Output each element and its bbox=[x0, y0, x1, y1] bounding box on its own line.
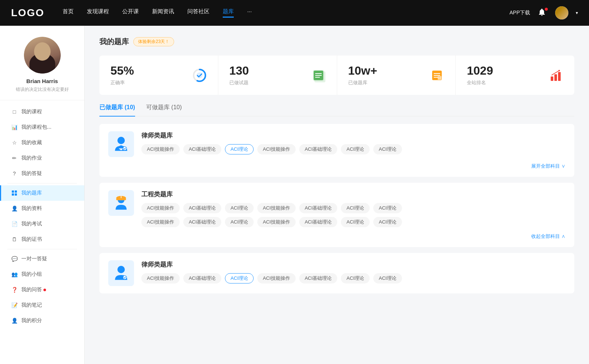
notification-dot bbox=[545, 8, 548, 11]
tag-lawyer-1-2[interactable]: ACI理论 bbox=[225, 144, 254, 154]
tag-lawyer-2-1[interactable]: ACI基础理论 bbox=[183, 273, 222, 283]
tag-lawyer-1-5[interactable]: ACI理论 bbox=[341, 144, 370, 154]
menu-divider-1 bbox=[7, 183, 77, 183]
message-icon: 💬 bbox=[11, 256, 18, 262]
tag-lawyer-2-6[interactable]: ACI理论 bbox=[373, 273, 402, 283]
tag-lawyer-2-2[interactable]: ACI理论 bbox=[225, 273, 254, 283]
sidebar-item-course-packages[interactable]: 📊 我的课程包... bbox=[0, 119, 84, 135]
svg-rect-20 bbox=[558, 72, 561, 81]
user-menu-chevron[interactable]: ▾ bbox=[576, 10, 578, 15]
tag-lawyer-1-4[interactable]: ACI基础理论 bbox=[299, 144, 338, 154]
sidebar-item-materials[interactable]: 👤 我的资料 bbox=[0, 201, 84, 216]
tag-eng-4[interactable]: ACI基础理论 bbox=[299, 203, 338, 213]
sidebar-item-my-courses[interactable]: □ 我的课程 bbox=[0, 104, 84, 119]
bar-chart-icon: 📊 bbox=[11, 124, 18, 131]
tabs-row: 已做题库 (10) 可做题库 (10) bbox=[99, 104, 574, 117]
sidebar-item-qa[interactable]: ? 我的答疑 bbox=[0, 166, 84, 181]
rank-icon bbox=[549, 68, 563, 83]
stat-questions-value: 130 bbox=[229, 64, 305, 77]
tag-eng-9[interactable]: ACI理论 bbox=[225, 217, 254, 227]
svg-point-22 bbox=[117, 137, 125, 144]
nav-qa[interactable]: 问答社区 bbox=[187, 8, 209, 18]
tag-lawyer-1-3[interactable]: ACI技能操作 bbox=[257, 144, 296, 154]
profile-name: Brian Harris bbox=[27, 78, 58, 84]
tag-lawyer-2-4[interactable]: ACI基础理论 bbox=[299, 273, 338, 283]
tag-lawyer-2-0[interactable]: ACI技能操作 bbox=[141, 273, 180, 283]
svg-point-21 bbox=[558, 70, 560, 71]
nav-home[interactable]: 首页 bbox=[63, 8, 74, 18]
table-icon bbox=[11, 190, 18, 196]
stats-row: 55% 正确率 130 已做试题 bbox=[99, 56, 574, 95]
tag-eng-7[interactable]: ACI技能操作 bbox=[141, 217, 180, 227]
sidebar-item-exams[interactable]: 📄 我的考试 bbox=[0, 216, 84, 232]
nav-links: 首页 发现课程 公开课 新闻资讯 问答社区 题库 ··· bbox=[63, 8, 509, 18]
collapse-engineer[interactable]: 收起全部科目 ∧ bbox=[531, 233, 565, 240]
main-content: 我的题库 体验剩余23天！ 55% 正确率 bbox=[85, 26, 589, 364]
notification-bell[interactable] bbox=[537, 8, 548, 18]
tag-eng-8[interactable]: ACI基础理论 bbox=[183, 217, 222, 227]
accuracy-icon bbox=[192, 68, 207, 83]
tag-eng-3[interactable]: ACI技能操作 bbox=[257, 203, 296, 213]
tag-lawyer-1-1[interactable]: ACI基础理论 bbox=[183, 144, 222, 154]
sidebar: Brian Harris 错误的决定比没有决定要好 □ 我的课程 📊 我的课程包… bbox=[0, 26, 85, 364]
nav-news[interactable]: 新闻资讯 bbox=[152, 8, 174, 18]
bank-info-lawyer-2: 律师类题库 ACI技能操作 ACI基础理论 ACI理论 ACI技能操作 ACI基… bbox=[141, 260, 565, 283]
tag-eng-0[interactable]: ACI技能操作 bbox=[141, 203, 180, 213]
sidebar-profile: Brian Harris 错误的决定比没有决定要好 bbox=[0, 37, 84, 100]
nav-questions[interactable]: 题库 bbox=[223, 8, 234, 18]
tab-done[interactable]: 已做题库 (10) bbox=[99, 104, 135, 116]
qa-dot bbox=[43, 289, 46, 291]
sidebar-item-homework[interactable]: ✏ 我的作业 bbox=[0, 150, 84, 166]
tags-lawyer-1: ACI技能操作 ACI基础理论 ACI理论 ACI技能操作 ACI基础理论 AC… bbox=[141, 144, 565, 154]
svg-rect-1 bbox=[15, 190, 17, 193]
tag-lawyer-2-5[interactable]: ACI理论 bbox=[341, 273, 370, 283]
tag-eng-6[interactable]: ACI理论 bbox=[373, 203, 402, 213]
tag-eng-5[interactable]: ACI理论 bbox=[341, 203, 370, 213]
svg-rect-0 bbox=[12, 190, 14, 193]
bank-card-engineer: 工程类题库 ACI技能操作 ACI基础理论 ACI理论 ACI技能操作 ACI基… bbox=[99, 183, 574, 247]
stat-accuracy-value: 55% bbox=[110, 64, 186, 77]
page-wrapper: Brian Harris 错误的决定比没有决定要好 □ 我的课程 📊 我的课程包… bbox=[0, 26, 589, 364]
sidebar-item-notes[interactable]: 📝 我的笔记 bbox=[0, 297, 84, 313]
sidebar-item-question-bank[interactable]: 我的题库 bbox=[0, 185, 84, 201]
team-icon: 👤 bbox=[11, 205, 18, 212]
points-icon: 👤 bbox=[11, 317, 18, 324]
edit-icon: ✏ bbox=[11, 155, 18, 161]
stat-accuracy-label: 正确率 bbox=[110, 79, 186, 86]
tag-eng-2[interactable]: ACI理论 bbox=[225, 203, 254, 213]
stat-banks-done: 10w+ 已做题库 bbox=[337, 56, 456, 95]
sidebar-item-one-on-one[interactable]: 💬 一对一答疑 bbox=[0, 251, 84, 267]
banks-icon bbox=[430, 68, 444, 83]
sidebar-item-favorites[interactable]: ☆ 我的收藏 bbox=[0, 135, 84, 150]
nav-open-course[interactable]: 公开课 bbox=[122, 8, 139, 18]
expand-lawyer-1[interactable]: 展开全部科目 ∨ bbox=[531, 163, 565, 169]
tag-eng-12[interactable]: ACI理论 bbox=[341, 217, 370, 227]
nav-more[interactable]: ··· bbox=[247, 8, 252, 18]
sidebar-item-groups[interactable]: 👥 我的小组 bbox=[0, 267, 84, 282]
tag-eng-11[interactable]: ACI基础理论 bbox=[299, 217, 338, 227]
app-download-button[interactable]: APP下载 bbox=[509, 10, 530, 16]
bank-info-lawyer-1: 律师类题库 ACI技能操作 ACI基础理论 ACI理论 ACI技能操作 ACI基… bbox=[141, 131, 565, 154]
tag-eng-10[interactable]: ACI技能操作 bbox=[257, 217, 296, 227]
user-avatar[interactable] bbox=[555, 6, 568, 19]
sidebar-item-certificates[interactable]: 🗒 我的证书 bbox=[0, 232, 84, 247]
tag-lawyer-1-0[interactable]: ACI技能操作 bbox=[141, 144, 180, 154]
file-done-icon: 🗒 bbox=[11, 236, 18, 243]
svg-point-29 bbox=[117, 266, 125, 273]
nav-discover[interactable]: 发现课程 bbox=[87, 8, 109, 18]
sidebar-item-my-qa[interactable]: ❓ 我的问答 bbox=[0, 282, 84, 297]
bank-icon-engineer bbox=[108, 190, 134, 216]
trial-badge: 体验剩余23天！ bbox=[133, 37, 174, 46]
tag-eng-13[interactable]: ACI理论 bbox=[373, 217, 402, 227]
tab-available[interactable]: 可做题库 (10) bbox=[146, 104, 182, 116]
qa-icon: ❓ bbox=[11, 286, 18, 293]
stat-banks-value: 10w+ bbox=[348, 64, 424, 77]
bank-footer-lawyer-1: 展开全部科目 ∨ bbox=[108, 160, 565, 169]
sidebar-item-points[interactable]: 👤 我的积分 bbox=[0, 313, 84, 328]
tag-lawyer-2-3[interactable]: ACI技能操作 bbox=[257, 273, 296, 283]
stat-accuracy: 55% 正确率 bbox=[99, 56, 218, 95]
tag-lawyer-1-6[interactable]: ACI理论 bbox=[373, 144, 402, 154]
tag-eng-1[interactable]: ACI基础理论 bbox=[183, 203, 222, 213]
logo: LOGO bbox=[11, 7, 44, 19]
questions-icon bbox=[311, 68, 326, 83]
